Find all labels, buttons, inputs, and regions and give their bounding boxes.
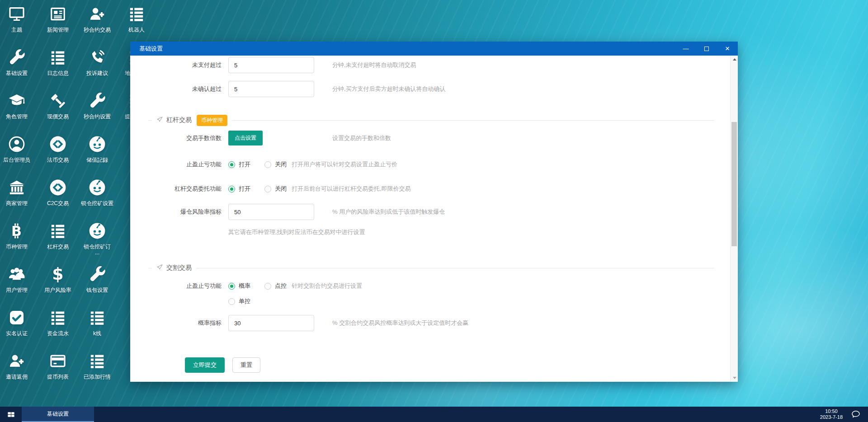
desktop-icon[interactable]: 后台管理员 xyxy=(0,135,37,164)
scroll-down-arrow[interactable] xyxy=(731,374,738,382)
radio-option-label: 打开 xyxy=(239,160,250,169)
desktop-icon[interactable]: 实名认证 xyxy=(0,309,37,338)
phone-icon xyxy=(87,48,107,66)
newspaper-icon xyxy=(48,5,68,23)
delivery-section-header: 交割交易 xyxy=(152,263,196,273)
unpaid-timeout-input[interactable] xyxy=(228,57,314,73)
submit-button[interactable]: 立即提交 xyxy=(185,357,225,373)
radio-unselected-icon[interactable] xyxy=(264,283,271,290)
desktop-icon[interactable]: k线 xyxy=(77,309,117,338)
desktop-icon[interactable]: C2C交易 xyxy=(38,178,78,207)
currency-manage-badge[interactable]: 币种管理 xyxy=(197,115,227,126)
desktop-icon[interactable]: 钱包设置 xyxy=(77,265,117,294)
list-icon xyxy=(87,309,107,327)
leverage-entrust-toggle-hint: 打开后前台可以进行杠杆交易委托,即限价交易 xyxy=(292,184,411,193)
wrench-icon xyxy=(87,92,107,110)
desktop-icon[interactable]: 机器人 xyxy=(117,5,156,34)
desktop-icon-label-ellipsis: ... xyxy=(95,251,99,254)
wrench-icon xyxy=(87,265,107,283)
taskbar-item-basic-settings[interactable]: 基础设置 xyxy=(22,407,94,422)
desktop-icon-label: 储值記録 xyxy=(86,156,108,164)
bitcoin-icon: B xyxy=(7,222,27,240)
desktop-icon[interactable]: 已添加行情 xyxy=(77,352,117,381)
desktop-icon[interactable]: 法币交易 xyxy=(38,135,78,164)
desktop-icon-label: 秒合约交易 xyxy=(84,26,111,34)
scrollbar-thumb[interactable] xyxy=(731,122,737,246)
desktop-icon[interactable]: 提币列表 xyxy=(38,352,78,381)
desktop-icon[interactable]: 资金流水 xyxy=(38,309,78,338)
desktop-icon[interactable]: 商家管理 xyxy=(0,178,37,207)
radio-selected-icon[interactable] xyxy=(228,186,235,192)
trade-lots-multiplier-button[interactable]: 点击设置 xyxy=(228,131,263,145)
radio-option[interactable]: 单控 xyxy=(228,297,250,306)
user-plus-icon xyxy=(7,352,27,370)
radio-selected-icon[interactable] xyxy=(228,161,235,168)
probability-indicator-row: 概率指标% 交割合约交易风控概率达到或大于设定值时才会赢 xyxy=(130,315,730,331)
desktop-icon[interactable]: 日志信息 xyxy=(38,48,78,77)
desktop-icon[interactable]: 锁仓挖矿设置 xyxy=(77,178,117,207)
user-circle-icon xyxy=(7,135,27,153)
close-button[interactable]: ✕ xyxy=(717,42,738,56)
desktop-icon[interactable]: 储值記録 xyxy=(77,135,117,164)
desktop-icon-label: k线 xyxy=(93,330,101,338)
unpaid-timeout-label: 未支付超过 xyxy=(130,57,222,73)
chat-bubble-icon[interactable] xyxy=(851,409,861,419)
desktop-icon[interactable]: 杠杆交易 xyxy=(38,222,78,251)
desktop-icon-label: 角色管理 xyxy=(6,113,28,121)
user-plus-icon xyxy=(87,5,107,23)
reddit-icon xyxy=(87,222,107,240)
desktop-icon[interactable]: 主题 xyxy=(0,5,37,34)
currency-note: 其它请在币种管理,找到对应法币在交易对中进行设置 xyxy=(228,228,365,236)
bank-icon xyxy=(7,178,27,197)
liquidation-risk-rate-label: 爆仓风险率指标 xyxy=(130,204,222,220)
radio-selected-icon[interactable] xyxy=(228,283,235,290)
desktop-icon[interactable]: 锁仓挖矿订... xyxy=(77,222,117,254)
desktop-icon-label: 提币列表 xyxy=(47,373,69,381)
probability-indicator-input[interactable] xyxy=(228,315,314,331)
window-body: 未支付超过分钟,未支付超时将自动取消交易未确认超过分钟,买方支付后卖方超时未确认… xyxy=(130,56,738,382)
radio-option[interactable]: 关闭 xyxy=(264,184,287,193)
desktop-icon[interactable]: B币种管理 xyxy=(0,222,37,251)
desktop-icon[interactable]: 现價交易 xyxy=(38,92,78,121)
radio-option[interactable]: 打开 xyxy=(228,160,250,169)
desktop-icon-label: 已添加行情 xyxy=(84,373,111,381)
desktop-icon-label: 币种管理 xyxy=(6,243,28,251)
desktop-icon[interactable]: $用户风险率 xyxy=(38,265,78,294)
reset-button[interactable]: 重置 xyxy=(232,357,260,373)
settings-window: 基础设置 — ✕ 未支付超过分钟,未支付超时将自动取消交易未确认超过分钟,买方支… xyxy=(130,42,738,382)
windows-logo-icon xyxy=(7,411,15,418)
maximize-button[interactable] xyxy=(696,42,717,56)
minimize-button[interactable]: — xyxy=(675,42,696,56)
list-icon xyxy=(48,309,68,327)
unpaid-timeout-row: 未支付超过分钟,未支付超时将自动取消交易 xyxy=(130,57,730,73)
taskbar-clock[interactable]: 10:50 2023-7-18 xyxy=(820,408,843,420)
vertical-scrollbar[interactable] xyxy=(730,56,738,382)
desktop-icon[interactable]: 投诉建议 xyxy=(77,48,117,77)
scroll-up-arrow[interactable] xyxy=(731,56,738,63)
radio-unselected-icon[interactable] xyxy=(264,186,271,192)
desktop-icon[interactable]: 基础设置 xyxy=(0,48,37,77)
desktop-icon[interactable]: 用户管理 xyxy=(0,265,37,294)
radio-option[interactable]: 打开 xyxy=(228,184,250,193)
delivery-section-title: 交割交易 xyxy=(166,264,192,272)
trade-lots-multiplier-hint: 设置交易的手数和倍数 xyxy=(332,131,391,145)
radio-option[interactable]: 点控 xyxy=(264,281,287,291)
radio-option[interactable]: 关闭 xyxy=(264,160,287,169)
desktop-icon[interactable]: 角色管理 xyxy=(0,92,37,121)
desktop-icon[interactable]: 秒合约交易 xyxy=(77,5,117,34)
desktop-icon-label: 秒合约设置 xyxy=(84,113,111,121)
desktop-icon-label: 用户风险率 xyxy=(44,286,71,294)
unconfirmed-timeout-input[interactable] xyxy=(228,81,314,97)
liquidation-risk-rate-input[interactable] xyxy=(228,204,314,220)
radio-unselected-icon[interactable] xyxy=(228,298,235,305)
desktop-icon-label: 现價交易 xyxy=(47,113,69,121)
desktop-icon[interactable]: 新闻管理 xyxy=(38,5,78,34)
clock-date: 2023-7-18 xyxy=(820,414,843,420)
desktop-icon[interactable]: 秒合约设置 xyxy=(77,92,117,121)
start-button[interactable] xyxy=(0,407,22,422)
radio-option[interactable]: 概率 xyxy=(228,281,250,291)
list-icon xyxy=(48,48,68,66)
radio-unselected-icon[interactable] xyxy=(264,161,271,168)
desktop-icon[interactable]: 邀请返佣 xyxy=(0,352,37,381)
radio-option-label: 打开 xyxy=(239,185,250,193)
